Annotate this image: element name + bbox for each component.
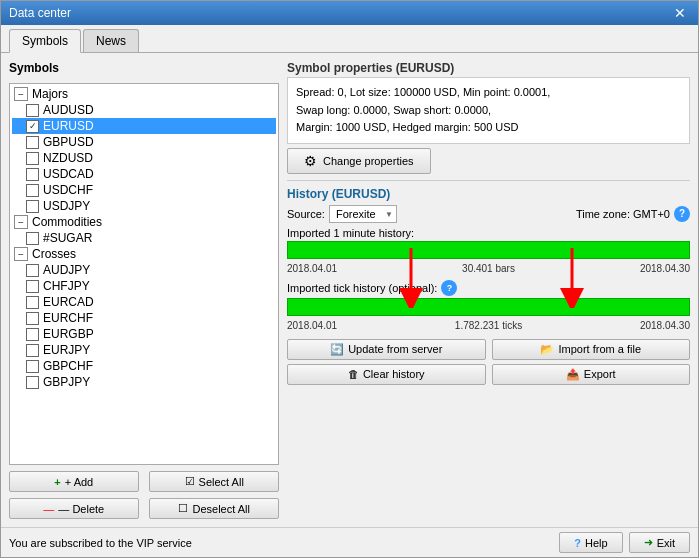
tree-group-majors[interactable]: − Majors [12, 86, 276, 102]
tree-item-eurjpy[interactable]: EURJPY [12, 342, 276, 358]
checkbox-eurcad[interactable] [26, 296, 39, 309]
item-label-gbpchf: GBPCHF [43, 359, 93, 373]
group-label-crosses: Crosses [32, 247, 76, 261]
checkbox-usdcad[interactable] [26, 168, 39, 181]
item-label-sugar: #SUGAR [43, 231, 92, 245]
spread-line: Spread: 0, Lot size: 100000 USD, Min poi… [296, 84, 681, 102]
checkbox-eurgbp[interactable] [26, 328, 39, 341]
item-label-eurchf: EURCHF [43, 311, 93, 325]
exit-button[interactable]: ➜ Exit [629, 532, 690, 553]
window-title: Data center [9, 6, 71, 20]
close-button[interactable]: ✕ [670, 6, 690, 20]
tick-count: 1.782.231 ticks [455, 320, 522, 331]
tree-item-usdjpy[interactable]: USDJPY [12, 198, 276, 214]
import-label: Import from a file [558, 343, 641, 355]
tree-item-audjpy[interactable]: AUDJPY [12, 262, 276, 278]
expander-crosses[interactable]: − [14, 247, 28, 261]
tree-item-usdcad[interactable]: USDCAD [12, 166, 276, 182]
checkbox-audusd[interactable] [26, 104, 39, 117]
select-all-icon: ☑ [185, 475, 195, 488]
change-props-icon: ⚙ [304, 153, 317, 169]
tab-news[interactable]: News [83, 29, 139, 52]
help-button[interactable]: ? Help [559, 532, 622, 553]
item-label-eurcad: EURCAD [43, 295, 94, 309]
symbols-tree[interactable]: − Majors AUDUSD EURUSD GBPUSD NZDU [9, 83, 279, 465]
tree-item-eurcad[interactable]: EURCAD [12, 294, 276, 310]
tree-item-nzdusd[interactable]: NZDUSD [12, 150, 276, 166]
main-window: Data center ✕ Symbols News Symbols − Maj… [0, 0, 699, 558]
checkbox-usdjpy[interactable] [26, 200, 39, 213]
import-from-file-button[interactable]: 📂 Import from a file [492, 339, 691, 360]
source-select-wrapper: Forexite [329, 205, 397, 223]
item-label-eurgbp: EURGBP [43, 327, 94, 341]
left-buttons-top: + + Add ☑ Select All [9, 471, 279, 492]
item-label-gbpusd: GBPUSD [43, 135, 94, 149]
source-select[interactable]: Forexite [329, 205, 397, 223]
checkbox-chfjpy[interactable] [26, 280, 39, 293]
minute-date-end: 2018.04.30 [640, 263, 690, 274]
action-buttons-row1: 🔄 Update from server 📂 Import from a fil… [287, 339, 690, 360]
symbols-heading: Symbols [9, 61, 279, 75]
tree-item-gbpusd[interactable]: GBPUSD [12, 134, 276, 150]
tab-symbols[interactable]: Symbols [9, 29, 81, 53]
checkbox-eurusd[interactable] [26, 120, 39, 133]
export-label: Export [584, 368, 616, 380]
minute-bars-count: 30.401 bars [462, 263, 515, 274]
item-label-nzdusd: NZDUSD [43, 151, 93, 165]
update-from-server-button[interactable]: 🔄 Update from server [287, 339, 486, 360]
import-icon: 📂 [540, 343, 554, 356]
tree-item-gbpchf[interactable]: GBPCHF [12, 358, 276, 374]
tick-help-icon[interactable]: ? [441, 280, 457, 296]
checkbox-audjpy[interactable] [26, 264, 39, 277]
status-message: You are subscribed to the VIP service [9, 537, 192, 549]
checkbox-gbpchf[interactable] [26, 360, 39, 373]
checkbox-gbpusd[interactable] [26, 136, 39, 149]
tree-item-usdchf[interactable]: USDCHF [12, 182, 276, 198]
tree-item-gbpjpy[interactable]: GBPJPY [12, 374, 276, 390]
deselect-all-label: Deselect All [192, 503, 249, 515]
item-label-chfjpy: CHFJPY [43, 279, 90, 293]
checkbox-eurchf[interactable] [26, 312, 39, 325]
tree-item-eurchf[interactable]: EURCHF [12, 310, 276, 326]
expander-commodities[interactable]: − [14, 215, 28, 229]
delete-button[interactable]: — — Delete [9, 498, 139, 519]
clear-history-button[interactable]: 🗑 Clear history [287, 364, 486, 385]
right-panel: Symbol properties (EURUSD) Spread: 0, Lo… [287, 61, 690, 519]
export-button[interactable]: 📤 Export [492, 364, 691, 385]
tick-date-start: 2018.04.01 [287, 320, 337, 331]
source-label: Source: [287, 208, 325, 220]
history-title: History (EURUSD) [287, 187, 690, 201]
checkbox-nzdusd[interactable] [26, 152, 39, 165]
tree-item-eurgbp[interactable]: EURGBP [12, 326, 276, 342]
checkbox-gbpjpy[interactable] [26, 376, 39, 389]
select-all-button[interactable]: ☑ Select All [149, 471, 279, 492]
checkbox-sugar[interactable] [26, 232, 39, 245]
tree-group-crosses[interactable]: − Crosses [12, 246, 276, 262]
delete-label: — Delete [58, 503, 104, 515]
export-icon: 📤 [566, 368, 580, 381]
action-buttons-row2: 🗑 Clear history 📤 Export [287, 364, 690, 385]
timezone-help-icon[interactable]: ? [674, 206, 690, 222]
checkbox-eurjpy[interactable] [26, 344, 39, 357]
tick-history-section: Imported tick history (optional): ? [287, 280, 690, 331]
minute-history-label: Imported 1 minute history: [287, 227, 690, 239]
item-label-eurjpy: EURJPY [43, 343, 90, 357]
timezone-label: Time zone: GMT+0 [576, 208, 670, 220]
tree-group-commodities[interactable]: − Commodities [12, 214, 276, 230]
checkbox-usdchf[interactable] [26, 184, 39, 197]
item-label-eurusd: EURUSD [43, 119, 94, 133]
status-bar: You are subscribed to the VIP service ? … [1, 527, 698, 557]
title-bar: Data center ✕ [1, 1, 698, 25]
deselect-all-button[interactable]: ☐ Deselect All [149, 498, 279, 519]
history-section: History (EURUSD) Source: Forexite Time z… [287, 180, 690, 385]
tree-item-audusd[interactable]: AUDUSD [12, 102, 276, 118]
help-label: Help [585, 537, 608, 549]
expander-majors[interactable]: − [14, 87, 28, 101]
change-properties-button[interactable]: ⚙ Change properties [287, 148, 431, 174]
tree-item-chfjpy[interactable]: CHFJPY [12, 278, 276, 294]
swap-line: Swap long: 0.0000, Swap short: 0.0000, [296, 102, 681, 120]
left-buttons-bottom: — — Delete ☐ Deselect All [9, 498, 279, 519]
tree-item-sugar[interactable]: #SUGAR [12, 230, 276, 246]
add-button[interactable]: + + Add [9, 471, 139, 492]
tree-item-eurusd[interactable]: EURUSD [12, 118, 276, 134]
